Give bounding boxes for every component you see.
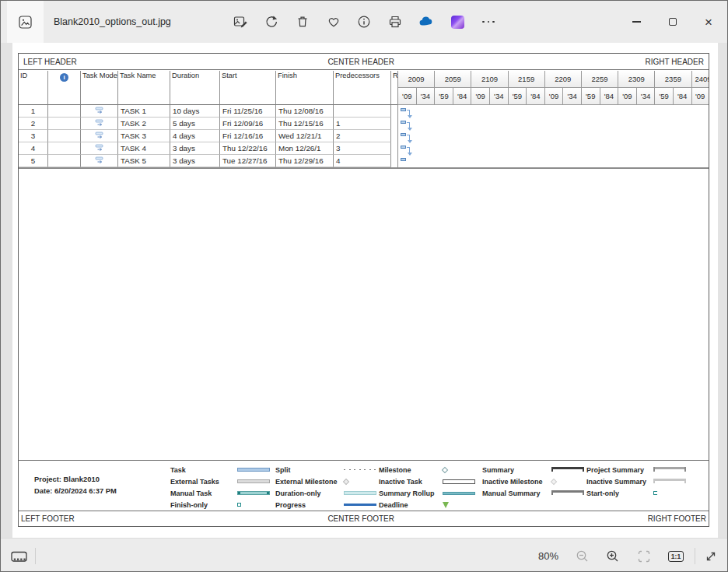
edit-image-button[interactable] — [228, 9, 253, 34]
minimize-button[interactable] — [621, 9, 652, 34]
gantt-row — [398, 155, 709, 167]
clipped-column-header: R — [391, 71, 397, 105]
zoom-in-button[interactable] — [604, 547, 622, 566]
gantt-row — [398, 118, 709, 130]
statusbar-divider — [695, 548, 695, 564]
split-swatch — [344, 465, 380, 475]
fit-to-window-button[interactable] — [635, 547, 653, 566]
gantt-timescale: 2009 2059 2109 2159 2209 2259 2309 2359 … — [398, 71, 709, 167]
designer-icon — [451, 16, 464, 29]
cell-task-name: TASK 3 — [118, 130, 170, 142]
close-button[interactable]: × — [693, 9, 724, 34]
gantt-bar — [401, 121, 406, 124]
task-bar-swatch — [237, 465, 273, 475]
cell-predecessors — [334, 105, 391, 118]
ellipsis-icon — [482, 21, 495, 23]
col-header-duration: Duration — [170, 71, 220, 105]
gantt-bar — [401, 146, 406, 149]
col-header-start: Start — [220, 71, 276, 105]
image-filename: Blank2010_options_out.jpg — [54, 1, 171, 43]
legend-label: External Tasks — [170, 478, 237, 486]
photos-app-window: Blank2010_options_out.jpg — [0, 0, 728, 572]
legend-label: Summary — [482, 466, 551, 474]
favorite-button[interactable] — [321, 9, 346, 34]
external-milestone-swatch — [344, 477, 380, 486]
project-name: Project: Blank2010 — [34, 473, 117, 485]
start-only-swatch — [653, 489, 689, 498]
maximize-button[interactable] — [657, 9, 688, 34]
onedrive-button[interactable] — [414, 9, 439, 34]
filmstrip-toggle-button[interactable] — [9, 547, 30, 566]
rotate-button[interactable] — [259, 9, 284, 34]
legend-column-3: Milestone Inactive Task Summary Rollup D… — [379, 464, 478, 511]
fullscreen-button[interactable] — [702, 547, 720, 566]
displayed-image[interactable]: LEFT HEADER CENTER HEADER RIGHT HEADER I… — [12, 43, 718, 538]
legend-column-1: Task External Tasks Manual Task Finish-o… — [170, 464, 273, 511]
milestone-swatch — [443, 465, 478, 475]
summary-swatch — [551, 465, 587, 475]
cell-finish: Mon 12/26/1 — [276, 142, 334, 155]
deadline-swatch — [443, 500, 478, 510]
legend-label: Milestone — [379, 466, 443, 474]
finish-only-swatch — [237, 500, 273, 510]
manual-task-swatch — [237, 489, 273, 498]
legend-label: Project Summary — [586, 466, 653, 474]
print-button[interactable] — [383, 9, 408, 34]
gantt-bar — [401, 158, 406, 161]
project-info: Project: Blank2010 Date: 6/20/2024 6:37 … — [34, 473, 117, 497]
one-to-one-icon: 1:1 — [668, 551, 684, 562]
cell-task-name: TASK 1 — [118, 105, 170, 118]
inactive-summary-swatch — [653, 477, 689, 486]
close-icon: × — [705, 16, 712, 29]
center-footer-text: CENTER FOOTER — [327, 514, 394, 523]
more-options-button[interactable] — [476, 9, 501, 34]
legend-label: External Milestone — [275, 478, 344, 486]
task-mode-icon — [81, 105, 118, 118]
legend-label: Inactive Milestone — [482, 478, 551, 486]
cell-finish: Thu 12/08/16 — [276, 105, 334, 118]
cell-start: Fri 12/16/16 — [220, 130, 276, 142]
page-footer-band: LEFT FOOTER CENTER FOOTER RIGHT FOOTER — [19, 511, 709, 526]
cell-finish: Thu 12/29/16 — [276, 155, 334, 167]
cell-id: 3 — [19, 130, 48, 142]
image-tab[interactable] — [7, 1, 44, 43]
cell-task-name: TASK 2 — [118, 118, 170, 130]
cell-id: 2 — [19, 118, 48, 130]
gantt-row — [398, 130, 709, 142]
legend-label: Manual Task — [170, 490, 237, 497]
cell-duration: 4 days — [170, 130, 220, 142]
left-header-text: LEFT HEADER — [23, 58, 77, 66]
cell-duration: 3 days — [170, 155, 220, 167]
cell-duration: 3 days — [170, 142, 220, 155]
task-mode-icon — [81, 118, 118, 130]
cell-finish: Wed 12/21/1 — [276, 130, 334, 142]
right-header-text: RIGHT HEADER — [646, 58, 704, 66]
legend-band: Project: Blank2010 Date: 6/20/2024 6:37 … — [19, 460, 709, 511]
task-table: ID i Task Mode Task Name Duration Start … — [19, 71, 391, 167]
legend-column-5: Project Summary Inactive Summary Start-o… — [586, 464, 689, 499]
timescale-years: 2009 2059 2109 2159 2209 2259 2309 2359 … — [398, 71, 709, 88]
designer-button[interactable] — [445, 9, 470, 34]
task-mode-icon — [81, 142, 118, 155]
zoom-out-button[interactable] — [573, 547, 592, 566]
cell-info — [48, 105, 81, 118]
minimize-icon — [632, 21, 641, 22]
inactive-task-swatch — [443, 477, 478, 486]
cell-task-name: TASK 4 — [118, 142, 170, 155]
file-info-button[interactable] — [352, 9, 376, 34]
legend-label: Finish-only — [170, 501, 237, 509]
legend-label: Task — [170, 466, 237, 474]
statusbar-divider — [35, 548, 36, 564]
actual-size-button[interactable]: 1:1 — [664, 547, 688, 566]
legend-column-2: Split External Milestone Duration-only P… — [275, 464, 380, 511]
maximize-icon — [669, 18, 677, 26]
cell-id: 4 — [19, 142, 48, 155]
cell-info — [48, 155, 81, 167]
delete-button[interactable] — [290, 9, 315, 34]
page-header-band: LEFT HEADER CENTER HEADER RIGHT HEADER — [19, 54, 709, 70]
cell-start: Fri 11/25/16 — [220, 105, 276, 118]
cell-predecessors: 3 — [334, 142, 391, 155]
legend-label: Start-only — [586, 490, 653, 497]
col-header-id: ID — [19, 71, 48, 105]
cell-duration: 10 days — [170, 105, 220, 118]
